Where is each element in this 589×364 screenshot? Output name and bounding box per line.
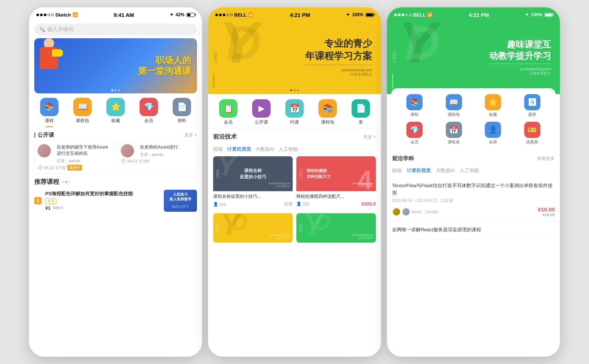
filter-tabs-2: 前端 计算机视觉 大数据AI 人工智能 (208, 146, 381, 153)
grid-card-4[interactable]: YDKT Y D yunduoketang.com 示例专用图片 (296, 213, 376, 243)
grid-students-1: 👤 225 (213, 202, 226, 207)
phone-2: BELL 📶 4:21 PM ✦ 100% Y D YDKT 专业的青少 年课程… (208, 7, 381, 357)
banner2-text: 专业的青少 年课程学习方案 yunduoketang.com 示例专用图片 (305, 38, 372, 77)
p2-more-link[interactable]: 更多 > (363, 134, 376, 140)
p2-icon-open[interactable]: ▶ 公开课 (250, 99, 272, 125)
cli-bottom-1: Macly Cantan ¥10.00 ¥10.00 (392, 206, 555, 217)
time-2: 4:21 PM (290, 12, 310, 18)
p3-icon-member[interactable]: 💎 会员 (402, 122, 427, 145)
icon-member: 💎 (140, 98, 158, 116)
signal-dot-1 (36, 14, 39, 16)
filter-tab-2-0[interactable]: 前端 (213, 146, 223, 153)
course-card-1[interactable]: 在老师的辅导下使用Axure进行交互稿的实 主讲：panda 🕐 04-21 1… (34, 141, 114, 174)
p2-icon-book[interactable]: 📅 约课 (283, 99, 306, 125)
p3-circle-schedule: 📅 (446, 122, 462, 138)
p3-label-pkg: 课程包 (448, 112, 460, 117)
signal-dots-1 (36, 14, 54, 16)
p3-label-schedule: 课程表 (448, 139, 460, 145)
thumb-url-2: yunduoketang.com (352, 182, 374, 185)
p3-filter-tab-1[interactable]: 计算机视觉 (407, 167, 431, 174)
p3-filter-tabs: 前端 计算机视觉 大数据AI 人工智能 (387, 167, 560, 174)
icon-package: 📖 (73, 98, 92, 116)
wifi-icon-1: 📶 (73, 12, 78, 17)
grid-students-2: 👤 225 (296, 201, 309, 206)
icon-label-course: 课程 (45, 118, 54, 124)
grid-card-1[interactable]: YDKT Y 课程名称设置的小技巧 yunduoketang.com 示例专用图… (213, 156, 293, 210)
p3-icon-coupon[interactable]: 🎫 优惠券 (519, 122, 545, 145)
p3-icon-pkg[interactable]: 📖 课程包 (441, 94, 467, 117)
icon-course: 📚 (40, 98, 59, 116)
signal-dots-2 (215, 14, 233, 16)
p3-filter-tab-3[interactable]: 人工智能 (460, 167, 479, 174)
phone2-icons: 📋 会员 ▶ 公开课 📅 约课 📚 课程包 📄 资 (208, 94, 381, 129)
signal-dot-3-1 (394, 14, 397, 16)
p2-icon-label-book: 约课 (290, 119, 299, 125)
p2-icon-material[interactable]: 📄 资 (350, 99, 372, 125)
p2-icon-pkg[interactable]: 📚 课程包 (317, 99, 339, 125)
course-list-item-1[interactable]: TensorFlow与Flask结合打造手写体数字识别通过一个小案例出串联各组件… (387, 178, 560, 222)
p3-icon-question[interactable]: 🅰 题库 (519, 94, 545, 117)
icon-item-member[interactable]: 💎 会员 (138, 98, 160, 127)
status-bar-3: BELL 📶 4:21 PM ✦ 100% (387, 7, 560, 21)
dot-3 (118, 89, 120, 91)
banner2-divider (305, 65, 372, 65)
thumb-bigny-1: Y (217, 156, 236, 180)
signal-dot-3-4 (405, 14, 408, 16)
filter-tab-2-1[interactable]: 计算机视觉 (227, 146, 251, 153)
carrier-label-1: Sketch (55, 12, 71, 18)
filter-tab-2-3[interactable]: 人工智能 (279, 146, 298, 153)
cli-avatar-2 (402, 207, 410, 216)
card-avatar-1 (38, 144, 51, 157)
grid-card-2[interactable]: YDKT 4 网校轮播图四种适配尺寸 yunduoketang.com 示例专用… (296, 156, 376, 210)
icon-row-1: 📚 课程 📖 课程包 ⭐ 收藏 💎 会员 📄 资料 (29, 93, 202, 129)
search-placeholder: 输入关键词 (47, 26, 73, 33)
icon-item-collect[interactable]: ⭐ 收藏 (105, 98, 127, 127)
signal-dot-2-2 (219, 14, 222, 16)
thumb-url-1: yunduoketang.com (269, 182, 290, 185)
course-list-item-2[interactable]: 全网唯一讲解React服务器渲染原理的课程 (387, 222, 560, 240)
price-row: ¥1 ¥39.9 (45, 205, 160, 211)
recommend-header: 推荐课程 (34, 178, 197, 186)
signal-dot-4 (47, 14, 50, 16)
icon-item-package[interactable]: 📖 课程包 (71, 98, 94, 127)
recommend-section: 推荐课程 1 PS海报配色详解如何更好的掌握配色技能 英语 ¥1 ¥39.9 (29, 174, 202, 215)
search-bar[interactable]: 🔍 输入关键词 (34, 24, 197, 35)
p3-icon-course[interactable]: 📚 课程 (402, 94, 427, 117)
status-bar-2: BELL 📶 4:21 PM ✦ 100% (208, 7, 381, 21)
price-old: ¥39.9 (53, 206, 63, 210)
p2-icon-label-pkg: 课程包 (321, 119, 334, 125)
more-link-1[interactable]: 更多 > (184, 132, 197, 138)
person-icon-2: 👤 (296, 201, 301, 206)
p3-filter-tab-0[interactable]: 前端 (392, 167, 402, 174)
icon-label-package: 课程包 (76, 118, 89, 124)
megaphone (52, 49, 63, 57)
grid-card-3[interactable]: YDKT Y D yunduoketang.com 示例专用图片 (213, 213, 293, 243)
phone-3: BELL 📶 4:21 PM ✦ 100% Y D YDKT 趣味课堂互 动教学… (387, 7, 560, 357)
recommend-item-1[interactable]: 1 PS海报配色详解如何更好的掌握配色技能 英语 ¥1 ¥39.9 人机练习真人… (34, 190, 197, 212)
icon-item-course[interactable]: 📚 课程 (38, 98, 60, 127)
icon-item-material[interactable]: 📄 资料 (171, 98, 193, 127)
card-author-1: 主讲：panda (57, 158, 110, 164)
banner2-title1: 专业的青少 (305, 38, 372, 50)
p3-label-question: 题库 (528, 112, 536, 117)
grid-thumb-4: YDKT Y D yunduoketang.com 示例专用图片 (296, 213, 376, 243)
banner3-line (392, 74, 393, 88)
p3-more[interactable]: 查看更多 (537, 156, 555, 162)
banner3-d: D (405, 21, 440, 67)
p2-icon-member[interactable]: 📋 会员 (217, 99, 239, 125)
dot-1 (112, 89, 113, 91)
banner3-url: yunduoketang.com (489, 67, 551, 71)
banner3-title2: 动教学提升学习 (489, 50, 551, 61)
grid-info-2: 网校轮播图四种适配尺... 👤 225 ¥200.0 (296, 191, 376, 209)
course-card-2[interactable]: 在老师的Axure进行: 主讲：panda 🕐 04-21 17:00 (117, 141, 197, 174)
banner1-text: 职场人的 第一堂沟通课 (138, 55, 191, 76)
filter-tab-2-2[interactable]: 大数据AI (255, 146, 274, 153)
cli-avatar-inner-1 (393, 208, 400, 215)
p3-icon-schedule[interactable]: 📅 课程表 (441, 122, 467, 145)
banner-person (34, 38, 64, 82)
p3-filter-tab-2[interactable]: 大数据AI (436, 167, 455, 174)
signal-dot-2-1 (215, 14, 218, 16)
p3-icon-collect[interactable]: ⭐ 收藏 (480, 94, 506, 117)
signal-dot-3 (44, 14, 46, 16)
p3-icon-teacher[interactable]: 👤 名师 (480, 122, 506, 145)
